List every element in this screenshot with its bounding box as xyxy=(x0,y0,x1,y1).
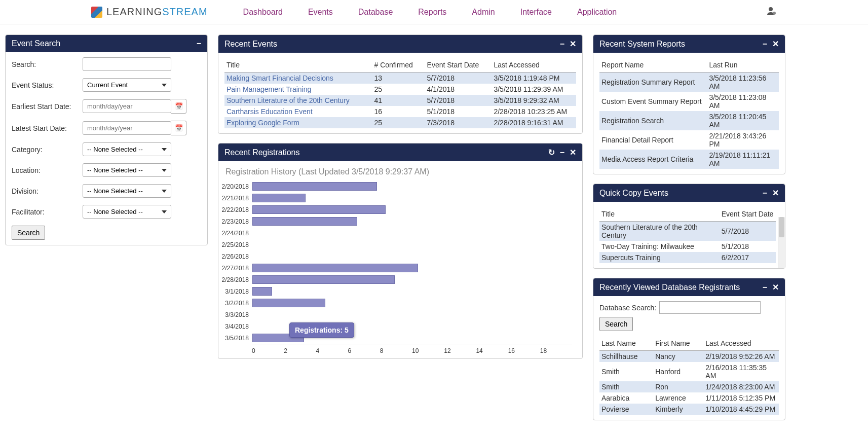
division-select[interactable]: -- None Selected -- xyxy=(83,184,171,198)
search-input[interactable] xyxy=(83,57,171,71)
db-registrants-panel: Recently Viewed Database Registrants − ✕… xyxy=(593,278,785,420)
chart-tick: 0 xyxy=(252,347,284,354)
logo-icon xyxy=(91,7,102,18)
chart-bar[interactable] xyxy=(252,205,386,214)
facilitator-select[interactable]: -- None Selected -- xyxy=(83,205,171,219)
table-row: Making Smart Financial Decisions135/7/20… xyxy=(224,73,576,84)
chart-bar-row: 3/4/2018 xyxy=(218,320,572,332)
minimize-icon[interactable]: − xyxy=(763,40,767,49)
event-link[interactable]: Southern Literature of the 20th Century xyxy=(227,96,350,104)
col-last: Last Name xyxy=(599,336,653,351)
chart-category-label: 2/27/2018 xyxy=(218,265,252,272)
table-row: Custom Event Summary Report3/5/2018 11:2… xyxy=(599,92,779,111)
chart-bar[interactable] xyxy=(252,217,357,226)
category-select[interactable]: -- None Selected -- xyxy=(83,142,171,156)
chart-bar-row: 2/22/2018 xyxy=(218,204,572,215)
chart-tick: 16 xyxy=(508,347,540,354)
scrollbar[interactable] xyxy=(778,217,785,268)
division-label: Division: xyxy=(12,187,83,195)
earliest-date-input[interactable] xyxy=(83,99,171,113)
nav-events[interactable]: Events xyxy=(308,8,333,17)
close-icon[interactable]: ✕ xyxy=(772,188,779,198)
table-row: SchillhauseNancy2/19/2018 9:52:26 AM xyxy=(599,351,779,363)
table-row: Southern Literature of the 20th Century4… xyxy=(224,95,576,106)
recent-events-panel: Recent Events − ✕ Title # Confirmed Even… xyxy=(218,34,583,134)
calendar-icon[interactable]: 📅 xyxy=(171,99,186,114)
chart-tick: 4 xyxy=(316,347,348,354)
chart-bar-row: 2/27/2018 xyxy=(218,262,572,274)
chart-bar-row: 2/21/2018 xyxy=(218,192,572,204)
quick-copy-panel: Quick Copy Events − ✕ Title Event Start … xyxy=(593,184,785,269)
nav-application[interactable]: Application xyxy=(577,8,617,17)
category-label: Category: xyxy=(12,146,83,154)
quick-copy-title: Quick Copy Events xyxy=(599,189,758,198)
close-icon[interactable]: ✕ xyxy=(570,148,576,157)
table-row: Cartharsis Education Event165/1/20182/28… xyxy=(224,106,576,117)
brand-text-1: LEARNING xyxy=(106,6,162,18)
table-row: Registration Search3/5/2018 11:20:45 AM xyxy=(599,111,779,130)
location-select[interactable]: -- None Selected -- xyxy=(83,163,171,177)
nav-interface[interactable]: Interface xyxy=(520,8,552,17)
close-icon[interactable]: ✕ xyxy=(772,282,779,292)
earliest-label: Earliest Start Date: xyxy=(12,102,83,111)
chart-tick: 12 xyxy=(444,347,476,354)
latest-date-input[interactable] xyxy=(83,121,171,135)
table-row: Registration Summary Report3/5/2018 11:2… xyxy=(599,73,779,92)
brand-logo: LEARNINGSTREAM xyxy=(91,6,208,18)
chart-category-label: 2/21/2018 xyxy=(218,195,252,202)
status-label: Event Status: xyxy=(12,81,83,89)
event-link[interactable]: Cartharsis Education Event xyxy=(227,107,313,116)
refresh-icon[interactable]: ↻ xyxy=(548,148,555,157)
db-registrants-table: Last Name First Name Last Accessed Schil… xyxy=(599,336,779,415)
col-first: First Name xyxy=(653,336,703,351)
chart-bar[interactable] xyxy=(252,182,377,191)
chart-bar[interactable] xyxy=(252,287,272,296)
user-icon[interactable] xyxy=(767,6,777,18)
chart-category-label: 2/25/2018 xyxy=(218,241,252,248)
minimize-icon[interactable]: − xyxy=(197,39,201,48)
chart-category-label: 2/26/2018 xyxy=(218,253,252,260)
db-search-button[interactable]: Search xyxy=(599,317,633,331)
close-icon[interactable]: ✕ xyxy=(772,39,779,49)
recent-registrations-title: Recent Registrations xyxy=(224,148,543,157)
table-row: Media Access Report Criteria2/19/2018 11… xyxy=(599,150,779,169)
close-icon[interactable]: ✕ xyxy=(570,39,576,49)
chart-bar-row: 3/3/2018 xyxy=(218,309,572,320)
col-accessed: Last Accessed xyxy=(492,58,576,73)
chart-tick: 18 xyxy=(540,347,572,354)
table-row: Exploring Google Form257/3/20182/28/2018… xyxy=(224,117,576,128)
col-lastrun: Last Run xyxy=(707,58,779,73)
table-row: PovierseKimberly1/10/2018 4:45:29 PM xyxy=(599,404,779,415)
nav-database[interactable]: Database xyxy=(358,8,393,17)
chart-category-label: 2/28/2018 xyxy=(218,276,252,283)
latest-label: Latest Start Date: xyxy=(12,124,83,132)
nav-admin[interactable]: Admin xyxy=(472,8,495,17)
event-link[interactable]: Making Smart Financial Decisions xyxy=(227,74,333,82)
db-search-input[interactable] xyxy=(659,301,761,314)
chart-category-label: 2/23/2018 xyxy=(218,218,252,225)
calendar-icon[interactable]: 📅 xyxy=(171,121,186,135)
chart-bar[interactable] xyxy=(252,299,325,307)
nav-reports[interactable]: Reports xyxy=(418,8,446,17)
event-search-title: Event Search xyxy=(12,39,192,48)
db-registrants-title: Recently Viewed Database Registrants xyxy=(599,283,758,292)
search-button[interactable]: Search xyxy=(12,226,45,240)
event-link[interactable]: Pain Management Training xyxy=(227,85,311,93)
minimize-icon[interactable]: − xyxy=(763,283,767,292)
chart-bar[interactable] xyxy=(252,275,395,284)
minimize-icon[interactable]: − xyxy=(763,189,767,198)
recent-reports-table: Report Name Last Run Registration Summar… xyxy=(599,58,779,169)
event-link[interactable]: Exploring Google Form xyxy=(227,119,299,127)
minimize-icon[interactable]: − xyxy=(560,148,564,157)
db-search-label: Database Search: xyxy=(599,304,656,312)
chart-bar[interactable] xyxy=(252,194,306,202)
chart-tick: 6 xyxy=(348,347,380,354)
minimize-icon[interactable]: − xyxy=(560,40,564,49)
status-select[interactable]: Current Event xyxy=(83,78,171,92)
svg-point-0 xyxy=(769,7,773,11)
nav-dashboard[interactable]: Dashboard xyxy=(243,8,283,17)
chart-bar[interactable] xyxy=(252,264,418,272)
search-label: Search: xyxy=(12,60,83,68)
table-row: Pain Management Training254/1/20183/5/20… xyxy=(224,84,576,95)
col-start: Event Start Date xyxy=(720,207,776,222)
